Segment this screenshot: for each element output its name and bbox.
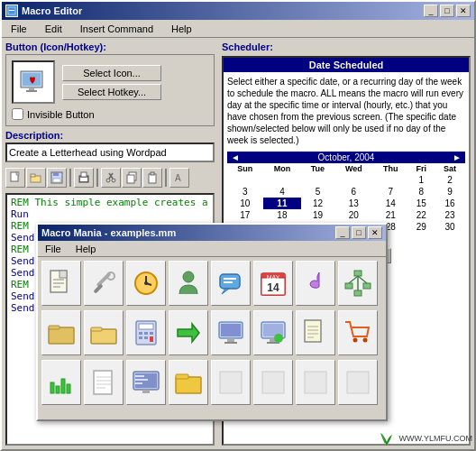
svg-marker-66: [178, 324, 199, 342]
icon-person[interactable]: [169, 261, 208, 306]
svg-rect-1: [9, 10, 14, 11]
select-icon-button[interactable]: Select Icon...: [62, 65, 161, 81]
close-button[interactable]: ✕: [456, 5, 471, 17]
cal-day[interactable]: [263, 174, 302, 186]
toolbar-open[interactable]: [26, 168, 46, 188]
cal-day[interactable]: 2: [435, 174, 465, 186]
cal-day[interactable]: 14: [373, 198, 408, 209]
cal-day[interactable]: [301, 174, 334, 186]
icon-blank-3[interactable]: [296, 360, 335, 405]
cal-day[interactable]: 8: [408, 186, 435, 198]
popup-menu-help[interactable]: Help: [72, 243, 100, 255]
toolbar-sep-3: [165, 169, 167, 187]
popup-minimize-button[interactable]: _: [335, 226, 350, 239]
icon-blank-1[interactable]: [211, 360, 251, 405]
icon-folder-open[interactable]: [41, 310, 81, 355]
icon-folder-yellow[interactable]: [169, 360, 208, 405]
icon-folder-closed[interactable]: [84, 310, 124, 355]
icon-wrench[interactable]: [84, 261, 124, 306]
cal-day[interactable]: 5: [301, 186, 334, 198]
invisible-button-row: Invisible Button: [12, 108, 208, 120]
svg-rect-65: [150, 336, 153, 342]
cal-day[interactable]: 9: [435, 186, 465, 198]
svg-rect-55: [49, 326, 60, 329]
cal-day[interactable]: 10: [227, 198, 263, 209]
cal-day[interactable]: 7: [373, 186, 408, 198]
toolbar-save[interactable]: [47, 168, 67, 188]
icon-screen-list[interactable]: [126, 360, 166, 405]
cal-day[interactable]: [334, 174, 373, 186]
cal-day[interactable]: 13: [334, 198, 373, 209]
select-hotkey-button[interactable]: Select Hotkey...: [62, 84, 161, 100]
cal-day[interactable]: 20: [334, 209, 373, 221]
popup-maximize-button[interactable]: □: [352, 226, 366, 239]
icon-music-note[interactable]: [296, 261, 335, 306]
cal-day[interactable]: 19: [301, 209, 334, 221]
icon-blank-4[interactable]: [338, 360, 378, 405]
cal-day[interactable]: 29: [408, 221, 435, 233]
icon-document[interactable]: [41, 261, 81, 306]
icon-arrow-right[interactable]: [169, 310, 208, 355]
icon-clock[interactable]: [126, 261, 166, 306]
cal-day[interactable]: 22: [408, 209, 435, 221]
window-title: Macro Editor: [22, 5, 82, 16]
cal-prev-button[interactable]: ◄: [231, 152, 240, 162]
toolbar-new[interactable]: [5, 168, 25, 188]
toolbar-cut[interactable]: [101, 168, 121, 188]
svg-text:A: A: [175, 173, 181, 183]
cal-day[interactable]: [227, 174, 263, 186]
icon-calculator[interactable]: [126, 310, 166, 355]
cal-day[interactable]: 16: [435, 198, 465, 209]
icon-text-doc[interactable]: [84, 360, 124, 405]
cal-day[interactable]: 21: [373, 209, 408, 221]
icon-network[interactable]: [338, 261, 378, 306]
svg-rect-14: [81, 172, 87, 177]
cal-day[interactable]: [373, 174, 408, 186]
cal-day[interactable]: [435, 233, 465, 244]
cal-day[interactable]: 23: [435, 209, 465, 221]
svg-point-19: [112, 179, 115, 182]
cal-day[interactable]: 3: [227, 186, 263, 198]
toolbar-print[interactable]: [74, 168, 94, 188]
maximize-button[interactable]: □: [440, 5, 454, 17]
popup-title-buttons: _ □ ✕: [335, 226, 382, 239]
cal-day[interactable]: 12: [301, 198, 334, 209]
menu-help[interactable]: Help: [166, 22, 197, 36]
svg-rect-5: [26, 90, 37, 92]
menu-edit[interactable]: Edit: [40, 22, 68, 36]
menu-file[interactable]: File: [5, 22, 32, 36]
cal-next-button[interactable]: ►: [453, 152, 462, 162]
icon-calendar-14[interactable]: 14MAY: [253, 261, 293, 306]
cal-day[interactable]: 30: [435, 221, 465, 233]
cal-day[interactable]: [408, 233, 435, 244]
icon-chat-bubble[interactable]: [211, 261, 251, 306]
toolbar-copy[interactable]: [122, 168, 142, 188]
cal-day[interactable]: 1: [408, 174, 435, 186]
svg-rect-26: [60, 271, 67, 278]
icon-monitor-2[interactable]: [253, 310, 293, 355]
svg-point-81: [353, 338, 358, 343]
cal-month-year: October, 2004: [318, 152, 375, 162]
minimize-button[interactable]: _: [424, 5, 438, 17]
cal-day[interactable]: 15: [408, 198, 435, 209]
cal-day[interactable]: 4: [263, 186, 302, 198]
icon-bar-chart[interactable]: [41, 360, 81, 405]
description-input[interactable]: Create a Letterhead using Wordpad: [5, 143, 215, 162]
icon-blank-2[interactable]: [253, 360, 293, 405]
svg-rect-15: [80, 178, 87, 181]
cal-day[interactable]: 6: [334, 186, 373, 198]
cal-day-today[interactable]: 11: [263, 198, 302, 209]
popup-close-button[interactable]: ✕: [368, 226, 382, 239]
cal-day[interactable]: 18: [263, 209, 302, 221]
invisible-button-checkbox[interactable]: [12, 108, 23, 120]
toolbar-paste[interactable]: [142, 168, 162, 188]
cal-day[interactable]: 17: [227, 209, 263, 221]
menu-insert-command[interactable]: Insert Command: [75, 22, 159, 36]
icon-shopping-cart[interactable]: [338, 310, 378, 355]
icon-monitor[interactable]: [211, 310, 251, 355]
popup-menu-file[interactable]: File: [41, 243, 65, 255]
icon-doc-lines[interactable]: [296, 310, 335, 355]
cal-header-thu: Thu: [373, 163, 408, 174]
scheduler-label: Scheduler:: [222, 41, 471, 52]
toolbar-extra[interactable]: A: [169, 168, 189, 188]
